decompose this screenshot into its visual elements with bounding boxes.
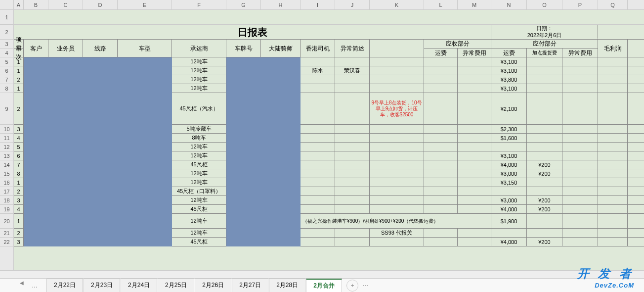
row-header-16[interactable]: 16: [0, 178, 13, 187]
cell[interactable]: [598, 178, 628, 187]
cell[interactable]: [370, 84, 424, 93]
row-header-13[interactable]: 13: [0, 151, 13, 160]
cell[interactable]: [527, 75, 562, 84]
cell[interactable]: [335, 151, 370, 160]
cell[interactable]: ¥3,000: [491, 196, 527, 204]
cell[interactable]: ¥3,100: [491, 57, 527, 66]
cell[interactable]: [458, 93, 491, 124]
row-header-22[interactable]: 22: [0, 238, 13, 246]
cell[interactable]: 3: [14, 125, 24, 133]
row-header-2[interactable]: 2: [0, 25, 13, 40]
cell[interactable]: 12吨车: [172, 75, 226, 84]
cell[interactable]: [335, 57, 370, 66]
cell[interactable]: [370, 238, 424, 246]
cell[interactable]: [598, 169, 628, 178]
cell[interactable]: [562, 169, 598, 178]
cell[interactable]: [598, 238, 628, 246]
cell[interactable]: [370, 75, 424, 84]
cell[interactable]: 1: [14, 178, 24, 187]
cell[interactable]: [301, 187, 335, 195]
cell[interactable]: [301, 57, 335, 66]
cell[interactable]: 4: [14, 205, 24, 213]
row-header-8[interactable]: 8: [0, 84, 13, 93]
row-header-19[interactable]: 19: [0, 205, 13, 214]
cell[interactable]: [458, 169, 491, 178]
cell[interactable]: [598, 143, 628, 151]
cell[interactable]: [301, 84, 335, 93]
cell[interactable]: （福之光操作装港车¥900）/谢启雄¥900+¥200（代垫搬运费）: [301, 214, 491, 228]
add-sheet-button[interactable]: +: [346, 280, 358, 292]
cell[interactable]: 2: [14, 75, 24, 84]
cell[interactable]: ¥200: [527, 238, 562, 246]
cell[interactable]: 12吨车: [172, 84, 226, 93]
col-header-A[interactable]: A: [14, 0, 24, 9]
cell[interactable]: 3: [14, 196, 24, 204]
cell[interactable]: [335, 93, 370, 124]
cell[interactable]: [458, 187, 491, 195]
cell[interactable]: 45尺柜（口罩料）: [172, 187, 226, 195]
cell[interactable]: [301, 196, 335, 204]
h-plate[interactable]: 车牌号: [226, 40, 261, 57]
cell[interactable]: [458, 75, 491, 84]
cell[interactable]: [335, 125, 370, 133]
cell[interactable]: [424, 84, 458, 93]
h-pay-freight[interactable]: 运费: [491, 49, 527, 57]
cell[interactable]: [424, 75, 458, 84]
cell[interactable]: [301, 205, 335, 213]
cell[interactable]: [370, 169, 424, 178]
cell[interactable]: [370, 178, 424, 187]
sheet-tab[interactable]: 2月25日: [158, 279, 194, 292]
cell[interactable]: [527, 125, 562, 133]
cell[interactable]: [301, 143, 335, 151]
h-k[interactable]: [370, 40, 424, 57]
cell[interactable]: [527, 66, 562, 75]
cell[interactable]: 荣汉春: [335, 66, 370, 75]
cell[interactable]: 8吨车: [172, 134, 226, 142]
cell[interactable]: [458, 160, 491, 169]
cell[interactable]: 12吨车: [172, 169, 226, 178]
cell[interactable]: ¥3,100: [491, 151, 527, 160]
cell[interactable]: [598, 229, 628, 237]
col-header-H[interactable]: H: [261, 0, 301, 9]
cell[interactable]: [527, 229, 562, 237]
cell[interactable]: [527, 187, 562, 195]
h-vehicle[interactable]: 车型: [118, 40, 172, 57]
cell[interactable]: [335, 84, 370, 93]
col-header-K[interactable]: K: [370, 0, 424, 9]
select-all-corner[interactable]: [0, 0, 14, 9]
h-route[interactable]: 线路: [83, 40, 118, 57]
cell[interactable]: ¥200: [527, 205, 562, 213]
cells-area[interactable]: 日报表 日期： 2022年2月6日 项目 车次 客户 业务员 线路 车型 承运商…: [14, 10, 644, 270]
cell[interactable]: [562, 238, 598, 246]
tab-more[interactable]: ⋯: [358, 280, 372, 291]
h-hk[interactable]: 香港司机: [301, 40, 335, 57]
cell[interactable]: ¥3,100: [491, 84, 527, 93]
h-pay-abn[interactable]: 异常费用: [562, 49, 598, 57]
cell[interactable]: 4: [14, 134, 24, 142]
cell[interactable]: [458, 196, 491, 204]
h-rec-abn[interactable]: 异常费用: [458, 49, 491, 57]
cell[interactable]: [424, 134, 458, 142]
cell[interactable]: [458, 205, 491, 213]
cell[interactable]: 6: [14, 151, 24, 160]
h-pay-pickup[interactable]: 加点提货费: [527, 49, 562, 57]
cell[interactable]: 45尺柜: [172, 238, 226, 246]
cell[interactable]: [301, 160, 335, 169]
cell[interactable]: ¥200: [527, 169, 562, 178]
cell[interactable]: 12吨车: [172, 143, 226, 151]
cell[interactable]: [301, 229, 335, 237]
row-header-5[interactable]: 5: [0, 57, 13, 66]
h-rec-freight[interactable]: 运费: [424, 49, 458, 57]
col-header-O[interactable]: O: [527, 0, 562, 9]
cell[interactable]: [301, 169, 335, 178]
cell[interactable]: [458, 238, 491, 246]
cell[interactable]: [562, 143, 598, 151]
h-carrier[interactable]: 承运商: [172, 40, 226, 57]
cell[interactable]: [335, 196, 370, 204]
cell[interactable]: [458, 134, 491, 142]
cell[interactable]: $2,300: [491, 125, 527, 133]
cell[interactable]: [301, 93, 335, 124]
row-header-18[interactable]: 18: [0, 196, 13, 205]
cell[interactable]: [370, 205, 424, 213]
cell[interactable]: [424, 160, 458, 169]
